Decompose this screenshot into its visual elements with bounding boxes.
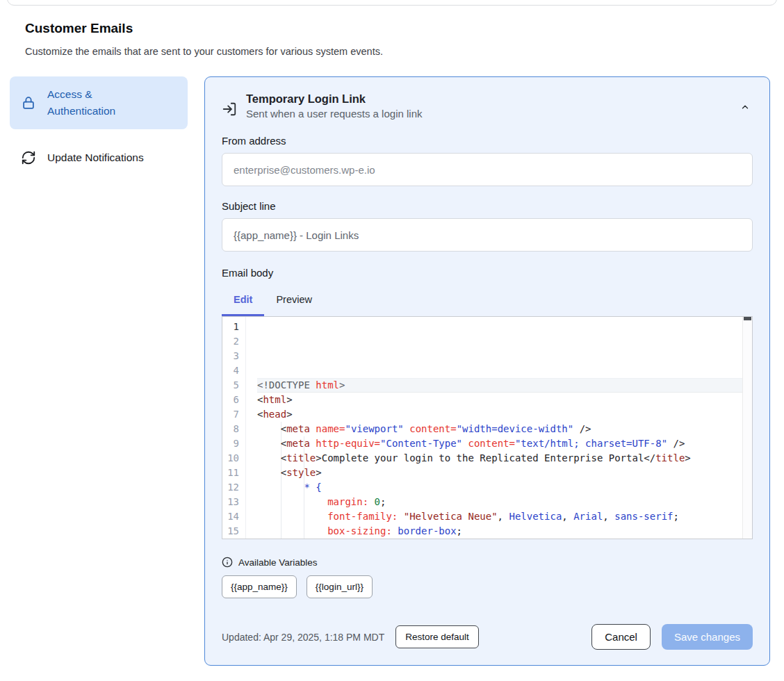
collapse-button[interactable] <box>737 99 753 115</box>
code-line[interactable]: <title>Complete your login to the Replic… <box>257 451 742 466</box>
code-line[interactable]: margin: 0; <box>257 495 742 509</box>
line-number: 13 <box>222 495 245 509</box>
panel-subtitle: Sent when a user requests a login link <box>246 108 422 120</box>
from-address-label: From address <box>222 135 753 147</box>
line-number: 12 <box>222 480 245 495</box>
editor-scrollbar-thumb[interactable] <box>744 317 751 320</box>
line-number: 4 <box>222 363 245 378</box>
line-number: 16 <box>222 539 245 539</box>
sidebar-item-update-notifications[interactable]: Update Notifications <box>10 140 188 175</box>
page-title: Customer Emails <box>25 21 133 36</box>
customer-emails-page: Customer Emails Customize the emails tha… <box>0 0 784 681</box>
variable-chip-app-name[interactable]: {{app_name}} <box>222 575 297 598</box>
tab-preview[interactable]: Preview <box>264 286 324 316</box>
code-line[interactable]: <meta name="viewport" content="width=dev… <box>257 422 742 436</box>
subject-line-input[interactable] <box>222 218 753 252</box>
email-body-tabs: Edit Preview <box>222 286 753 316</box>
page-subtitle: Customize the emails that are sent to yo… <box>25 46 383 57</box>
line-number: 3 <box>222 349 245 363</box>
save-changes-button[interactable]: Save changes <box>662 624 753 650</box>
variable-chip-login-url[interactable]: {{login_url}} <box>307 575 373 598</box>
code-line[interactable]: box-sizing: border-box; <box>257 524 742 539</box>
variable-chips: {{app_name}} {{login_url}} <box>222 575 753 598</box>
code-line[interactable]: <style> <box>257 466 742 480</box>
email-body-label: Email body <box>222 267 753 279</box>
tab-edit[interactable]: Edit <box>222 286 264 316</box>
panel-title: Temporary Login Link <box>246 92 422 106</box>
line-number: 5 <box>222 378 245 393</box>
code-line[interactable]: <html> <box>257 393 742 407</box>
login-icon <box>222 101 237 117</box>
panel-header: Temporary Login Link Sent when a user re… <box>222 92 753 120</box>
line-number: 9 <box>222 436 245 451</box>
line-number: 10 <box>222 451 245 466</box>
updated-timestamp: Updated: Apr 29, 2025, 1:18 PM MDT <box>222 632 384 643</box>
line-number: 15 <box>222 524 245 539</box>
panel-footer: Updated: Apr 29, 2025, 1:18 PM MDT Resto… <box>222 624 753 650</box>
line-number: 6 <box>222 393 245 407</box>
temporary-login-link-panel: Temporary Login Link Sent when a user re… <box>204 76 770 666</box>
panel-header-text: Temporary Login Link Sent when a user re… <box>246 92 422 120</box>
chevron-up-icon <box>740 102 750 112</box>
editor-scrollbar[interactable] <box>742 317 752 539</box>
info-icon <box>222 557 233 568</box>
sidebar-item-access-authentication[interactable]: Access & Authentication <box>10 76 188 129</box>
editor-gutter: 12345678910111213141516 <box>222 317 246 539</box>
available-variables-label: Available Variables <box>238 557 318 568</box>
from-address-input[interactable] <box>222 153 753 186</box>
code-line[interactable]: * { <box>257 480 742 495</box>
line-number: 8 <box>222 422 245 436</box>
previous-card-bottom-edge <box>7 0 777 6</box>
available-variables-header: Available Variables <box>222 557 753 568</box>
restore-default-button[interactable]: Restore default <box>395 625 479 648</box>
line-number: 1 <box>222 320 245 334</box>
line-number: 14 <box>222 509 245 524</box>
email-types-sidebar: Access & Authentication Update Notificat… <box>10 76 188 175</box>
sidebar-item-label: Update Notifications <box>47 151 144 164</box>
sidebar-item-label: Access & Authentication <box>47 86 145 120</box>
line-number: 2 <box>222 334 245 349</box>
refresh-icon <box>21 150 36 165</box>
editor-code[interactable]: <!DOCTYPE html><html><head> <meta name="… <box>246 317 742 539</box>
lock-icon <box>21 95 36 110</box>
line-number: 11 <box>222 466 245 480</box>
code-editor[interactable]: 12345678910111213141516 <!DOCTYPE html><… <box>222 316 753 539</box>
subject-line-label: Subject line <box>222 200 753 212</box>
line-number: 7 <box>222 407 245 422</box>
code-line[interactable]: <meta http-equiv="Content-Type" content=… <box>257 436 742 451</box>
code-line[interactable]: <head> <box>257 407 742 422</box>
cancel-button[interactable]: Cancel <box>591 624 651 650</box>
code-line[interactable]: font-family: "Helvetica Neue", Helvetica… <box>257 509 742 524</box>
code-line[interactable]: <!DOCTYPE html> <box>257 378 742 393</box>
